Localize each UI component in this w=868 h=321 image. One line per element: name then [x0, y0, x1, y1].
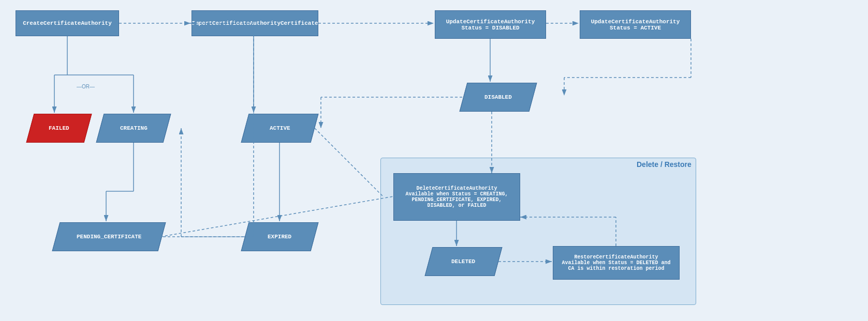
failed-state: FAILED	[26, 114, 92, 143]
update-ca-disabled-box: UpdateCertificateAuthorityStatus = DISAB…	[435, 10, 546, 39]
deleted-state: DELETED	[424, 247, 502, 276]
or-text: —OR—	[77, 84, 95, 89]
svg-line-26	[315, 128, 383, 196]
disabled-state: DISABLED	[459, 83, 537, 112]
delete-restore-label: Delete / Restore	[637, 160, 692, 169]
pending-cert-state: PENDING_CERTIFICATE	[52, 222, 166, 251]
active-state: ACTIVE	[241, 114, 318, 143]
delete-ca-box: DeleteCertificateAuthorityAvailable when…	[393, 173, 520, 221]
import-ca-box: ImportCertificateAuthorityCertificate	[192, 10, 318, 36]
update-ca-active-box: UpdateCertificateAuthorityStatus = ACTIV…	[580, 10, 691, 39]
diagram: Delete / Restore CreateCertificateAuthor…	[0, 0, 868, 321]
creating-state: CREATING	[96, 114, 171, 143]
create-ca-box: CreateCertificateAuthority	[16, 10, 119, 36]
expired-state: EXPIRED	[241, 222, 318, 251]
restore-ca-box: RestoreCertificateAuthorityAvailable whe…	[553, 246, 680, 280]
